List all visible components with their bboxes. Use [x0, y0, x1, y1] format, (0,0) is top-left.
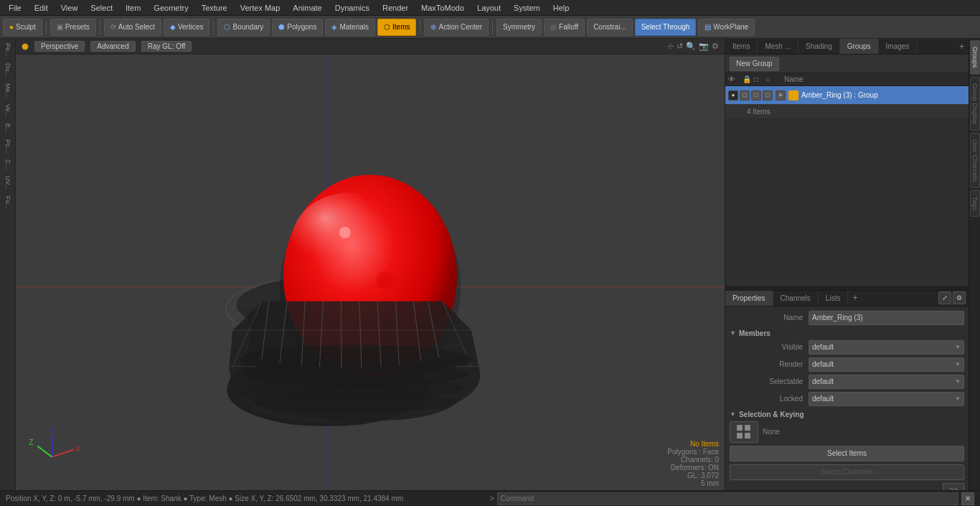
left-tool-ve[interactable]: Ve...: [3, 101, 13, 120]
selection-keying-title: Selection & Keying: [739, 411, 804, 418]
selection-keying-header[interactable]: ▼ Selection & Keying: [730, 411, 964, 418]
menu-system[interactable]: System: [508, 2, 546, 14]
left-tool-uv[interactable]: UV...: [3, 173, 13, 192]
menu-help[interactable]: Help: [547, 2, 575, 14]
menu-view[interactable]: View: [55, 2, 84, 14]
left-tool-pol[interactable]: Po...: [3, 136, 13, 156]
members-arrow: ▼: [730, 329, 736, 337]
group-eye-toggle[interactable]: ●: [728, 90, 738, 100]
expand-more-button[interactable]: >>: [943, 483, 964, 491]
visible-select[interactable]: default ▼: [809, 340, 964, 355]
left-tool-fu[interactable]: Fu...: [3, 193, 13, 212]
boundary-button[interactable]: ⬡ Boundary: [217, 19, 270, 36]
vtab-tags[interactable]: Tags: [970, 190, 980, 217]
viewport[interactable]: Perspective Advanced Ray GL: Off ⊹ ↺ 🔍 📷…: [16, 39, 725, 490]
viewport-icon-camera[interactable]: 📷: [699, 42, 709, 51]
groups-col-header: 👁 🔒 □ ○ Name: [725, 73, 969, 86]
left-tool-c[interactable]: C...: [3, 156, 13, 172]
left-tool-pen[interactable]: Pe...: [3, 40, 13, 60]
vtab-user-channels[interactable]: User Channels: [970, 133, 980, 189]
members-section-header[interactable]: ▼ Members: [730, 329, 964, 337]
menu-item[interactable]: Item: [120, 2, 146, 14]
menu-texture[interactable]: Texture: [196, 2, 233, 14]
ptab-add-button[interactable]: +: [848, 291, 862, 304]
command-clear-button[interactable]: ✕: [961, 492, 974, 505]
advanced-label[interactable]: Advanced: [90, 41, 135, 52]
ray-gl-label[interactable]: Ray GL: Off: [141, 41, 192, 52]
perspective-label[interactable]: Perspective: [34, 41, 85, 52]
falloff-button[interactable]: ◎ Falloff: [544, 19, 585, 36]
polygons-button[interactable]: ⬟ Polygons: [272, 19, 323, 36]
menu-dynamics[interactable]: Dynamics: [329, 2, 375, 14]
tab-items[interactable]: Items: [725, 39, 758, 54]
viewport-icon-refresh[interactable]: ↺: [677, 42, 683, 51]
menu-select[interactable]: Select: [85, 2, 118, 14]
keying-icon: [737, 425, 751, 439]
toolbar-sep-5: [492, 20, 493, 34]
viewport-icon-search[interactable]: 🔍: [686, 42, 696, 51]
right-panel: Items Mesh ... Shading Groups Images + N…: [725, 39, 969, 490]
ptab-expand-button[interactable]: ⤢: [938, 291, 951, 304]
viewport-canvas[interactable]: X Y Z No Items Polygons : Face Channels:…: [16, 55, 725, 490]
vtab-groups[interactable]: Groups: [970, 40, 980, 75]
group-vis-toggle[interactable]: □: [751, 90, 761, 100]
col-vis-icon: □: [754, 75, 764, 83]
ptab-channels[interactable]: Channels: [773, 291, 819, 306]
items-button[interactable]: ⬡ Items: [377, 19, 416, 36]
toolbar-sep-3: [213, 20, 214, 34]
tab-images[interactable]: Images: [879, 39, 918, 54]
groups-header: New Group: [725, 55, 969, 73]
materials-button[interactable]: ◈ Materials: [325, 19, 375, 36]
menu-edit[interactable]: Edit: [29, 2, 54, 14]
workplane-button[interactable]: ▤ WorkPlane: [698, 19, 755, 36]
left-tool-du[interactable]: Du...: [3, 60, 13, 80]
group-row-amber[interactable]: ● □ □ □ + Amber_Ring (3) : Group: [725, 86, 969, 105]
action-center-button[interactable]: ⊕ Action Center: [424, 19, 489, 36]
svg-point-16: [339, 227, 351, 238]
vtab-group-display[interactable]: Group Display: [970, 77, 980, 131]
select-through-button[interactable]: Select Through: [635, 19, 697, 36]
select-items-button[interactable]: Select Items: [730, 446, 964, 462]
ptab-settings-button[interactable]: ⚙: [953, 291, 966, 304]
name-input[interactable]: [809, 311, 964, 325]
constraints-button[interactable]: Constrai...: [587, 19, 633, 36]
menu-vertex-map[interactable]: Vertex Map: [235, 2, 286, 14]
left-tool-e[interactable]: E...: [3, 121, 13, 136]
render-label: Render: [730, 360, 809, 368]
group-expand-button[interactable]: +: [776, 90, 786, 100]
svg-point-27: [255, 393, 457, 412]
symmetry-button[interactable]: Symmetry: [496, 19, 542, 36]
selectable-select[interactable]: default ▼: [809, 375, 964, 389]
menu-file[interactable]: File: [3, 2, 27, 14]
expand-tabs-button[interactable]: +: [955, 40, 969, 53]
menu-geometry[interactable]: Geometry: [148, 2, 194, 14]
left-tool-mes[interactable]: Me...: [3, 80, 13, 100]
menu-layout[interactable]: Layout: [471, 2, 507, 14]
menu-animate[interactable]: Animate: [287, 2, 327, 14]
tab-shading[interactable]: Shading: [798, 39, 840, 54]
col-lock-icon: 🔒: [743, 75, 753, 83]
tab-mesh[interactable]: Mesh ...: [758, 39, 798, 54]
render-select[interactable]: default ▼: [809, 357, 964, 372]
menu-maxtomodo[interactable]: MaxToModo: [415, 2, 470, 14]
locked-select[interactable]: default ▼: [809, 392, 964, 406]
group-lock-toggle[interactable]: □: [740, 90, 750, 100]
selectable-arrow: ▼: [955, 378, 961, 385]
auto-select-button[interactable]: ⟳ Auto Select: [104, 19, 161, 36]
command-input[interactable]: [497, 492, 958, 505]
vertices-button[interactable]: ◆ Vertices: [164, 19, 210, 36]
select-channels-button[interactable]: Select Channels: [730, 464, 964, 480]
menu-render[interactable]: Render: [377, 2, 414, 14]
viewport-icon-move[interactable]: ⊹: [667, 42, 674, 51]
sculpt-button[interactable]: ● Sculpt: [3, 19, 42, 36]
ptab-lists[interactable]: Lists: [819, 291, 849, 306]
presets-button[interactable]: ▣ Presets: [50, 19, 96, 36]
col-render-icon: ○: [765, 75, 776, 83]
ptab-icons: ⤢ ⚙: [938, 291, 969, 304]
viewport-icon-settings[interactable]: ⚙: [712, 42, 719, 51]
items-count-label: 4 Items: [747, 108, 771, 116]
group-render-toggle[interactable]: □: [763, 90, 773, 100]
ptab-properties[interactable]: Properties: [725, 291, 773, 306]
new-group-button[interactable]: New Group: [730, 57, 779, 71]
tab-groups[interactable]: Groups: [840, 39, 879, 54]
